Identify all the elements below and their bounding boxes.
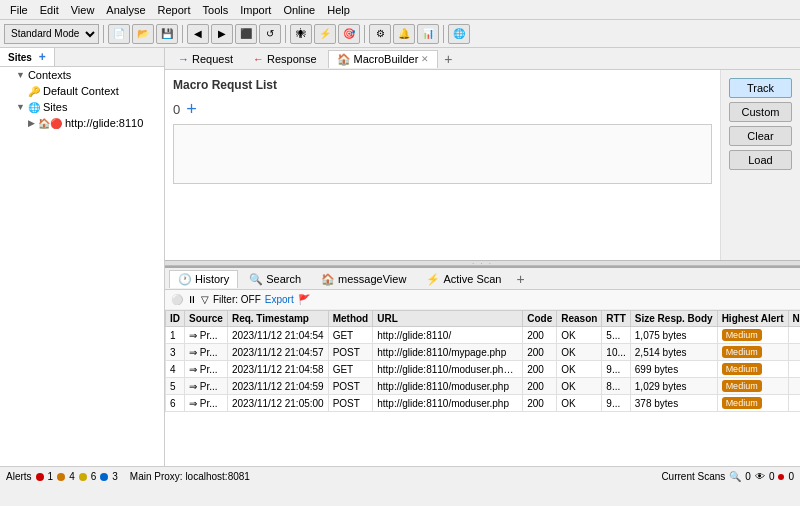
tree-contexts-row[interactable]: ▼ Contexts bbox=[0, 67, 164, 83]
messageview-tab-label: messageView bbox=[338, 273, 406, 285]
sites-add-icon[interactable]: + bbox=[39, 50, 46, 64]
new-tab-plus[interactable]: + bbox=[440, 51, 456, 67]
menu-file[interactable]: File bbox=[4, 2, 34, 18]
tree-sites-row[interactable]: ▼ 🌐 Sites bbox=[0, 99, 164, 115]
menu-import[interactable]: Import bbox=[234, 2, 277, 18]
history-tab[interactable]: 🕐 History bbox=[169, 270, 238, 288]
table-row[interactable]: 4⇒ Pr...2023/11/12 21:04:58GEThttp://gli… bbox=[166, 361, 801, 378]
filter-export-link[interactable]: Export bbox=[265, 294, 294, 305]
sites-arrow: ▼ bbox=[16, 102, 25, 112]
menu-analyse[interactable]: Analyse bbox=[100, 2, 151, 18]
col-timestamp[interactable]: Req. Timestamp bbox=[227, 311, 328, 327]
cell-timestamp: 2023/11/12 21:04:54 bbox=[227, 327, 328, 344]
cell-code: 200 bbox=[523, 378, 557, 395]
default-context-label: Default Context bbox=[43, 85, 119, 97]
sites-icon: 🌐 bbox=[28, 102, 40, 113]
macro-add-button[interactable]: + bbox=[186, 100, 197, 118]
col-id[interactable]: ID bbox=[166, 311, 185, 327]
menu-help[interactable]: Help bbox=[321, 2, 356, 18]
table-row[interactable]: 5⇒ Pr...2023/11/12 21:04:59POSThttp://gl… bbox=[166, 378, 801, 395]
alert-count-blue: 3 bbox=[112, 471, 118, 482]
table-row[interactable]: 3⇒ Pr...2023/11/12 21:04:57POSThttp://gl… bbox=[166, 344, 801, 361]
col-code[interactable]: Code bbox=[523, 311, 557, 327]
macrobuilder-tab-label: MacroBuilder bbox=[354, 53, 419, 65]
toolbar-spider[interactable]: 🕷 bbox=[290, 24, 312, 44]
response-tab[interactable]: ← Response bbox=[244, 50, 326, 67]
cell-url: http://glide:8110/mypage.php bbox=[373, 344, 523, 361]
request-tab[interactable]: → Request bbox=[169, 50, 242, 67]
menu-online[interactable]: Online bbox=[277, 2, 321, 18]
cell-method: GET bbox=[328, 361, 373, 378]
toolbar-options[interactable]: ⚙ bbox=[369, 24, 391, 44]
col-alert[interactable]: Highest Alert bbox=[717, 311, 788, 327]
cell-rtt: 9... bbox=[602, 395, 630, 412]
col-source[interactable]: Source bbox=[185, 311, 228, 327]
response-arrow-icon: ← bbox=[253, 53, 264, 65]
macro-number: 0 bbox=[173, 102, 180, 117]
alert-dot-orange bbox=[57, 473, 65, 481]
status-right: Current Scans 🔍 0 👁 0 0 bbox=[661, 471, 794, 482]
toolbar-fuzzer[interactable]: 🎯 bbox=[338, 24, 360, 44]
toolbar-report2[interactable]: 📊 bbox=[417, 24, 439, 44]
toolbar-alerts[interactable]: 🔔 bbox=[393, 24, 415, 44]
activescan-icon: ⚡ bbox=[426, 273, 440, 286]
cell-note bbox=[788, 344, 800, 361]
search-tab[interactable]: 🔍 Search bbox=[240, 270, 310, 288]
toolbar-refresh[interactable]: ↺ bbox=[259, 24, 281, 44]
col-size[interactable]: Size Resp. Body bbox=[630, 311, 717, 327]
sites-tab[interactable]: Sites + bbox=[0, 48, 55, 66]
macrobuilder-tab[interactable]: 🏠 MacroBuilder ✕ bbox=[328, 50, 439, 68]
mode-select[interactable]: Standard Mode bbox=[4, 24, 99, 44]
main-layout: Sites + ▼ Contexts 🔑 Default Context ▼ 🌐… bbox=[0, 48, 800, 466]
tree-site-row[interactable]: ▶ 🏠🔴 http://glide:8110 bbox=[0, 115, 164, 131]
bottom-new-tab-plus[interactable]: + bbox=[512, 271, 528, 287]
col-reason[interactable]: Reason bbox=[557, 311, 602, 327]
col-note[interactable]: Note bbox=[788, 311, 800, 327]
history-data-table: ID Source Req. Timestamp Method URL Code… bbox=[165, 310, 800, 412]
cell-code: 200 bbox=[523, 327, 557, 344]
menu-tools[interactable]: Tools bbox=[197, 2, 235, 18]
toolbar-scan[interactable]: ⚡ bbox=[314, 24, 336, 44]
toolbar-forward[interactable]: ▶ bbox=[211, 24, 233, 44]
activescan-tab[interactable]: ⚡ Active Scan bbox=[417, 270, 510, 288]
custom-button[interactable]: Custom bbox=[729, 102, 792, 122]
cell-url: http://glide:8110/ bbox=[373, 327, 523, 344]
cell-alert: Medium bbox=[717, 344, 788, 361]
history-table: ID Source Req. Timestamp Method URL Code… bbox=[165, 310, 800, 466]
col-rtt[interactable]: RTT bbox=[602, 311, 630, 327]
tree-default-context-row[interactable]: 🔑 Default Context bbox=[0, 83, 164, 99]
messageview-tab[interactable]: 🏠 messageView bbox=[312, 270, 415, 288]
toolbar-stop[interactable]: ⬛ bbox=[235, 24, 257, 44]
macrobuilder-close-icon[interactable]: ✕ bbox=[421, 54, 429, 64]
clear-button[interactable]: Clear bbox=[729, 126, 792, 146]
alert-count-red: 1 bbox=[48, 471, 54, 482]
table-row[interactable]: 6⇒ Pr...2023/11/12 21:05:00POSThttp://gl… bbox=[166, 395, 801, 412]
toolbar-save[interactable]: 💾 bbox=[156, 24, 178, 44]
cell-alert: Medium bbox=[717, 361, 788, 378]
menubar: File Edit View Analyse Report Tools Impo… bbox=[0, 0, 800, 20]
left-panel-tabs: Sites + bbox=[0, 48, 164, 67]
toolbar-open[interactable]: 📂 bbox=[132, 24, 154, 44]
menu-edit[interactable]: Edit bbox=[34, 2, 65, 18]
col-method[interactable]: Method bbox=[328, 311, 373, 327]
menu-report[interactable]: Report bbox=[152, 2, 197, 18]
scan-count-c: 0 bbox=[788, 471, 794, 482]
toolbar-proxy[interactable]: 🌐 bbox=[448, 24, 470, 44]
toolbar-back[interactable]: ◀ bbox=[187, 24, 209, 44]
macro-list-area bbox=[173, 124, 712, 184]
track-button[interactable]: Track bbox=[729, 78, 792, 98]
toolbar-separator-4 bbox=[364, 25, 365, 43]
col-url[interactable]: URL bbox=[373, 311, 523, 327]
load-button[interactable]: Load bbox=[729, 150, 792, 170]
cell-id: 1 bbox=[166, 327, 185, 344]
cell-rtt: 10... bbox=[602, 344, 630, 361]
toolbar-new[interactable]: 📄 bbox=[108, 24, 130, 44]
menu-view[interactable]: View bbox=[65, 2, 101, 18]
scan-icon2: 👁 bbox=[755, 471, 765, 482]
activescan-tab-label: Active Scan bbox=[443, 273, 501, 285]
site-url-label: http://glide:8110 bbox=[65, 117, 143, 129]
sites-tab-label: Sites bbox=[8, 52, 32, 63]
cell-note bbox=[788, 361, 800, 378]
cell-source: ⇒ Pr... bbox=[185, 344, 228, 361]
table-row[interactable]: 1⇒ Pr...2023/11/12 21:04:54GEThttp://gli… bbox=[166, 327, 801, 344]
